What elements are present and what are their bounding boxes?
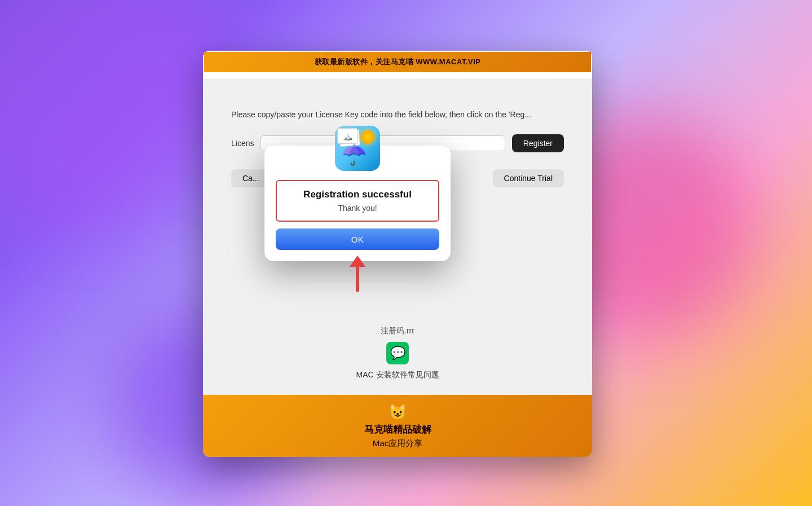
success-dialog: 🏔️ ☂️ Registration successful Thank you!… — [264, 146, 451, 261]
brand-icon: 😺 — [389, 403, 407, 421]
top-promo-banner: 获取最新版软件，关注马克喵 WWW.MACAT.VIP — [204, 52, 591, 72]
brand-text1: 马克喵精品破解 — [364, 423, 431, 436]
register-button[interactable]: Register — [512, 134, 564, 152]
ok-button-wrapper: OK — [276, 228, 439, 250]
bg-decoration-1 — [0, 0, 226, 226]
success-title: Registration successful — [288, 189, 427, 200]
gold-brand-banner: 😺 马克喵精品破解 Mac应用分享 — [203, 395, 592, 457]
ok-button[interactable]: OK — [276, 228, 439, 250]
arrow-head-up — [350, 256, 365, 267]
license-label: Licens — [231, 139, 254, 148]
top-banner-text: 获取最新版软件，关注马克喵 WWW.MACAT.VIP — [315, 57, 481, 67]
arrow-shaft — [356, 267, 359, 292]
arrow-indicator — [350, 256, 365, 292]
thank-you-text: Thank you! — [288, 204, 427, 213]
brand-text2: Mac应用分享 — [373, 438, 422, 449]
hdr-app-icon: 🏔️ ☂️ — [335, 126, 380, 171]
app-icon-container: 🏔️ ☂️ — [335, 126, 380, 171]
reg-code-label: 注册码.rrr — [381, 326, 414, 336]
wechat-icon: 💬 — [386, 342, 409, 364]
continue-trial-button[interactable]: Continue Trial — [493, 169, 564, 187]
reg-instruction-text: Please copy/paste your License Key code … — [231, 108, 564, 121]
mac-install-label: MAC 安装软件常见问题 — [356, 370, 439, 380]
success-message-box: Registration successful Thank you! — [276, 180, 439, 222]
bottom-content-area: 注册码.rrr 💬 MAC 安装软件常见问题 — [203, 317, 592, 389]
